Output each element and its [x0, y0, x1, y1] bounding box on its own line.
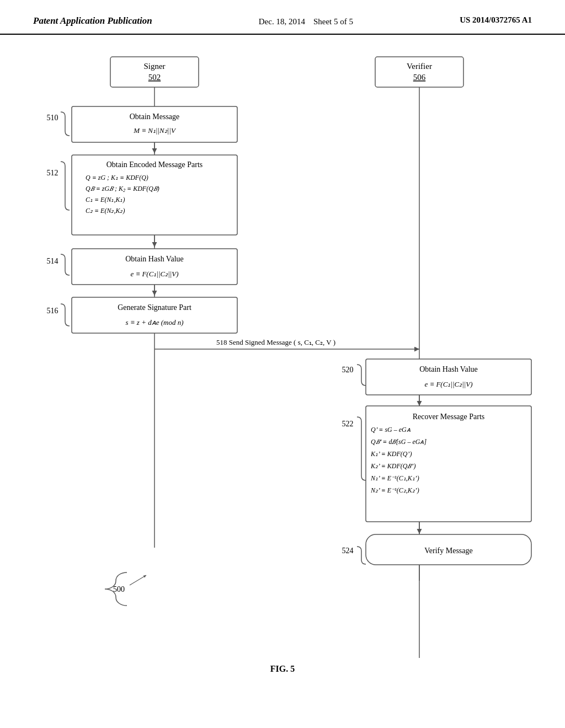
- svg-text:K₂’ ≡ KDF(Q𝐵’): K₂’ ≡ KDF(Q𝐵’): [370, 462, 415, 470]
- svg-text:Q𝐵 ≡ zG𝐵 ; K₂ ≡ KDF(Q𝐵): Q𝐵 ≡ zG𝐵 ; K₂ ≡ KDF(Q𝐵): [86, 185, 159, 192]
- page-header: Patent Application Publication Dec. 18, …: [0, 0, 565, 35]
- patent-number: US 2014/0372765 A1: [460, 15, 532, 25]
- svg-text:FIG. 5: FIG. 5: [270, 664, 295, 673]
- patent-diagram: Signer 502 Verifier 506 510 Obtain Messa…: [0, 35, 565, 697]
- svg-text:C₂ ≡ E(N₂,K₂): C₂ ≡ E(N₂,K₂): [86, 207, 125, 215]
- svg-text:Obtain Hash Value: Obtain Hash Value: [125, 255, 184, 263]
- svg-text:514: 514: [47, 257, 58, 265]
- svg-text:Verify Message: Verify Message: [424, 547, 472, 555]
- svg-text:Recover Message Parts: Recover Message Parts: [413, 413, 485, 421]
- svg-text:520: 520: [342, 366, 354, 374]
- svg-rect-22: [72, 249, 237, 285]
- svg-text:Obtain Hash Value: Obtain Hash Value: [419, 365, 478, 373]
- svg-rect-33: [366, 359, 531, 395]
- svg-text:N₂’ ≡ E⁻¹(C₂,K₂’): N₂’ ≡ E⁻¹(C₂,K₂’): [370, 486, 419, 494]
- svg-text:500: 500: [113, 585, 125, 593]
- svg-text:K₁’ ≡ KDF(Q’): K₁’ ≡ KDF(Q’): [370, 450, 412, 458]
- svg-text:Q𝐵’ ≡ d𝐵[sG – eGᴀ]: Q𝐵’ ≡ d𝐵[sG – eGᴀ]: [371, 438, 427, 446]
- diagram-area: Signer 502 Verifier 506 510 Obtain Messa…: [0, 35, 565, 697]
- svg-text:510: 510: [47, 114, 58, 122]
- svg-line-52: [130, 575, 146, 585]
- svg-text:524: 524: [342, 547, 354, 555]
- svg-text:516: 516: [47, 307, 58, 315]
- svg-text:Generate Signature Part: Generate Signature Part: [118, 303, 191, 312]
- header-date-sheet: Dec. 18, 2014 Sheet 5 of 5: [259, 15, 353, 28]
- svg-text:M ≡ N₁||N₂||V: M ≡ N₁||N₂||V: [133, 126, 177, 135]
- svg-text:Q ≡ zG ; K₁ ≡ KDF(Q): Q ≡ zG ; K₁ ≡ KDF(Q): [86, 174, 148, 181]
- svg-text:Obtain Message: Obtain Message: [130, 113, 180, 121]
- svg-text:s ≡ z + dᴀe (mod n): s ≡ z + dᴀe (mod n): [126, 318, 184, 326]
- svg-text:e ≡ F(C₁||C₂||V): e ≡ F(C₁||C₂||V): [130, 270, 178, 278]
- svg-rect-27: [72, 297, 237, 333]
- svg-text:N₁’ ≡ E⁻¹(C₁,K₁’): N₁’ ≡ E⁻¹(C₁,K₁’): [370, 474, 419, 482]
- svg-text:506: 506: [413, 73, 426, 82]
- svg-text:502: 502: [148, 73, 161, 82]
- svg-text:Obtain Encoded Message Parts: Obtain Encoded Message Parts: [106, 160, 203, 169]
- svg-text:522: 522: [342, 420, 354, 428]
- svg-text:512: 512: [47, 169, 58, 177]
- svg-text:e ≡ F(C₁||C₂||V): e ≡ F(C₁||C₂||V): [424, 380, 472, 388]
- svg-text:Signer: Signer: [143, 62, 165, 71]
- publication-title: Patent Application Publication: [33, 15, 152, 26]
- svg-rect-9: [72, 106, 237, 142]
- svg-text:518 Send Signed Message ( s, C: 518 Send Signed Message ( s, C₁, C₂, V ): [216, 338, 335, 346]
- svg-text:Verifier: Verifier: [407, 62, 432, 71]
- svg-text:C₁ ≡ E(N₁,K₁): C₁ ≡ E(N₁,K₁): [86, 196, 125, 204]
- svg-text:Q’ ≡ sG – eGᴀ: Q’ ≡ sG – eGᴀ: [371, 426, 411, 433]
